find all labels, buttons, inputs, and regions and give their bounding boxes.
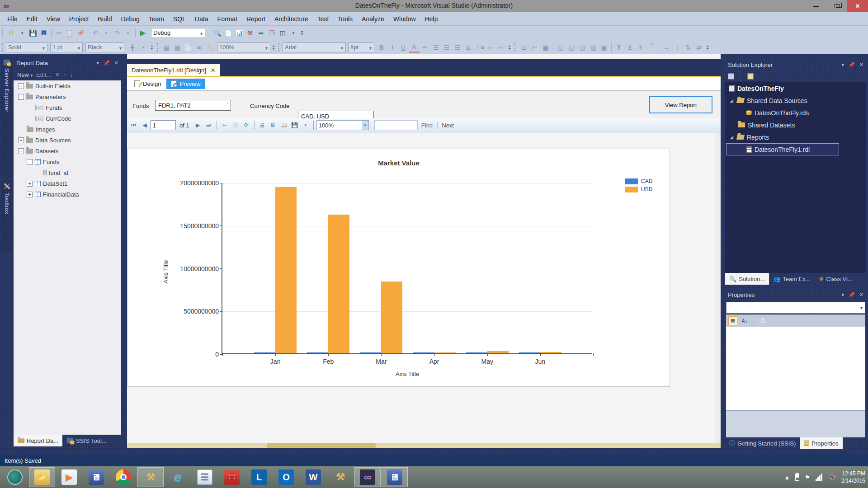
pin-icon[interactable]: 📌 [849,62,855,68]
menu-tools[interactable]: Tools [333,14,357,24]
tab-properties[interactable]: Properties [800,437,842,449]
borders-icon[interactable]: ╋ [127,42,138,53]
data-tools-icon[interactable]: 📊 [234,28,245,38]
first-page-icon[interactable]: ⏮ [129,120,139,131]
align-tool-icon[interactable]: ⊻ [624,42,635,53]
align-right-icon[interactable]: ☰ [452,42,463,53]
bullet-list-icon[interactable]: ⋮≡ [474,42,485,53]
report-properties-icon[interactable]: 📄 [183,42,193,53]
align-tool-icon[interactable]: ⎴ [646,42,657,53]
find-in-files-icon[interactable]: 🔍 [212,28,223,38]
highlight-color-icon[interactable]: ✏ [420,42,430,53]
tree-item-rds-file[interactable]: DatesOnTheFly.rds [725,107,866,119]
find-button[interactable]: Find [419,122,435,129]
menu-team[interactable]: Team [144,14,169,24]
layout-tool-icon[interactable]: ◫ [577,42,588,53]
layout-tool-icon[interactable]: ▥ [588,42,599,53]
horizontal-scrollbar[interactable] [127,443,721,448]
menu-sql[interactable]: SQL [169,14,190,24]
toolbar-overflow-icon[interactable]: ▾▾ [149,42,155,52]
font-family-combobox[interactable]: Arial ▼ [283,42,346,52]
document-tab[interactable]: DatesonTheFly1.rdl [Design] ✕ [127,64,220,76]
new-item-dropdown-icon[interactable]: ▾ [17,28,28,38]
increase-indent-icon[interactable]: ⇨ [495,42,506,53]
export-icon[interactable]: 💾 [290,120,300,131]
expand-icon[interactable]: + [27,192,33,197]
menu-file[interactable]: File [3,14,22,24]
last-page-icon[interactable]: ⏭ [204,120,214,131]
italic-icon[interactable]: I [387,42,398,53]
menu-view[interactable]: View [42,14,65,24]
tree-item-built-in-fields[interactable]: + Built-in Fields [14,80,121,91]
sidebar-tab-server-explorer[interactable]: Server Explorer [1,57,13,178]
toolbar-grip[interactable] [2,43,4,52]
expanded-arrow-icon[interactable]: ◢ [729,98,734,103]
align-center-icon[interactable]: ☰ [441,42,452,53]
volume-muted-icon[interactable]: 🔊 [828,474,835,481]
ruler-icon[interactable]: 📏 [204,42,215,53]
expanded-arrow-icon[interactable]: ◢ [729,135,734,140]
new-menu-button[interactable]: New ▾ [17,71,33,78]
network-signal-icon[interactable] [816,474,822,481]
move-up-icon[interactable]: ↑ [63,71,66,78]
property-pages-icon[interactable]: 📄 [759,316,768,325]
expand-icon[interactable]: + [18,83,24,89]
new-item-icon[interactable]: 🗋 [6,28,17,38]
tree-item-funds-dataset[interactable]: − Funds [14,156,121,167]
view-report-button[interactable]: View Report [649,96,712,113]
toolbar-overflow-icon[interactable]: ▾▾ [270,42,277,52]
table-tool-icon[interactable]: ⊢ [529,42,540,53]
align-tool-icon[interactable]: ⫵ [635,42,646,53]
show-all-files-icon[interactable] [747,73,754,80]
bold-icon[interactable]: B [376,42,387,53]
collapse-icon[interactable]: − [27,159,33,165]
menu-build[interactable]: Build [93,14,116,24]
properties-object-combobox[interactable]: ▾ [726,302,865,314]
tab-design[interactable]: Design [131,79,165,89]
menu-test[interactable]: Test [313,14,334,24]
taskbar-sql-data-tools[interactable]: ⚒ [137,467,164,487]
taskbar-toolbox-app[interactable]: 🧰 [219,467,245,487]
tree-item-fund-id-field[interactable]: fund_id [14,167,121,178]
taskbar-outlook[interactable]: O [273,467,299,487]
font-color-icon[interactable]: A [409,42,420,53]
previous-page-icon[interactable]: ◀ [140,120,150,131]
pin-icon[interactable]: 📌 [849,292,855,298]
close-button[interactable]: ✕ [847,0,868,12]
save-all-icon[interactable]: 🖪 [38,28,49,38]
close-icon[interactable]: ✕ [859,292,863,298]
tree-item-rdl-file[interactable]: DatesonTheFly1.rdl [726,143,839,155]
layout-tool-icon[interactable]: ▣ [599,42,609,53]
size-tool-icon[interactable]: ⇄ [693,42,704,53]
funds-parameter-combobox[interactable]: FDR1, PAT2 ˇ [155,100,231,111]
tree-item-shared-datasets[interactable]: Shared Datasets [725,119,866,131]
move-down-icon[interactable]: ↓ [70,71,73,78]
close-icon[interactable]: ✕ [211,67,216,74]
table-tool-icon[interactable]: ▦ [540,42,551,53]
toolbar-overflow-icon[interactable]: ▾▾ [506,42,513,52]
borders-dropdown-icon[interactable]: ▾ [138,42,149,53]
table-tool-icon[interactable]: ⊡ [519,42,529,53]
tree-item-dataset1[interactable]: + DataSet1 [14,178,121,189]
close-icon[interactable]: ✕ [859,62,863,68]
menu-report[interactable]: Report [242,14,270,24]
taskbar-media-player[interactable]: ▶ [56,467,82,487]
start-button[interactable] [2,467,28,487]
collapse-icon[interactable]: − [18,94,24,100]
taskbar-clock[interactable]: 12:45 PM 2/14/2015 [841,470,865,484]
menu-window[interactable]: Window [389,14,420,24]
collapse-all-icon[interactable] [728,73,734,80]
cut-icon[interactable]: ✂ [53,28,64,38]
report-outline-icon[interactable]: ▤ [161,42,172,53]
scrollbar-thumb[interactable] [267,443,376,448]
font-size-combobox[interactable]: 8pt ▼ [348,42,374,52]
taskbar-file-explorer[interactable]: 📁 [29,467,55,487]
tab-report-data[interactable]: Report Da... [14,435,62,446]
taskbar-sql-tools-2[interactable]: ⚒ [327,467,354,487]
align-left-icon[interactable]: ☰ [430,42,441,53]
border-width-combobox[interactable]: 1 pt ▼ [50,42,83,52]
tree-item-datasets[interactable]: − Datasets [14,145,121,156]
menu-data[interactable]: Data [190,14,213,24]
show-hidden-icons-button[interactable]: ▲ [784,474,790,481]
save-icon[interactable]: 💾 [28,28,38,38]
